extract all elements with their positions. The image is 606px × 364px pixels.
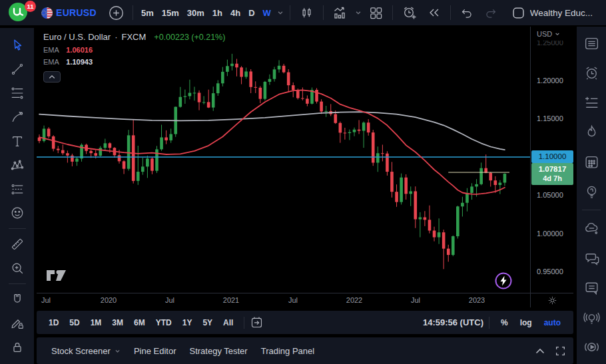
chevron-up-icon — [49, 75, 55, 79]
app-logo[interactable]: 11 — [8, 2, 36, 23]
video-streams-button[interactable] — [579, 334, 603, 360]
range-1d[interactable]: 1D — [43, 318, 64, 327]
symbol-button[interactable]: EURUSD — [36, 3, 104, 22]
redo-arrow-icon — [483, 5, 498, 20]
range-ytd[interactable]: YTD — [151, 318, 177, 327]
toolbar-divider — [9, 283, 26, 284]
legend-collapse-button[interactable] — [43, 71, 61, 83]
layout-grid-button[interactable] — [364, 3, 388, 22]
timeframe-30m[interactable]: 30m — [183, 8, 208, 18]
save-layout-button[interactable] — [507, 3, 530, 22]
boost-button[interactable] — [494, 272, 513, 290]
chart-style-button[interactable] — [294, 3, 319, 22]
time-tick: 2023 — [469, 296, 485, 304]
range-5d[interactable]: 5D — [64, 318, 85, 327]
ideas-button[interactable] — [579, 179, 603, 205]
minds-cloud-icon — [583, 220, 600, 237]
zoom-in-tool-button[interactable] — [5, 256, 30, 280]
tab-strategy-tester[interactable]: Strategy Tester — [182, 346, 254, 356]
auto-scale-button[interactable]: auto — [538, 318, 567, 327]
log-scale-button[interactable]: log — [514, 318, 538, 327]
range-all[interactable]: All — [218, 318, 238, 327]
text-tool-button[interactable] — [5, 129, 30, 153]
bar-replay-button[interactable] — [422, 3, 446, 22]
bottom-toolbar-right: 14:59:56 (UTC) % log auto — [423, 317, 567, 329]
hotlists-button[interactable] — [579, 120, 603, 146]
legend-ema-row-2[interactable]: EMA 1.10943 — [43, 58, 225, 66]
range-1m[interactable]: 1M — [85, 318, 107, 327]
range-5y[interactable]: 5Y — [197, 318, 218, 327]
timeframe-5m[interactable]: 5m — [137, 8, 158, 18]
tradingview-watermark — [46, 268, 67, 283]
magnet-mode-button[interactable] — [5, 287, 30, 311]
price-axis-currency-button[interactable]: USD — [531, 27, 573, 41]
fullscreen-panel-button[interactable] — [555, 346, 565, 356]
tab-trading-panel[interactable]: Trading Panel — [254, 346, 321, 356]
time-tick: 2020 — [101, 296, 117, 304]
undo-button[interactable] — [455, 3, 479, 22]
range-3m[interactable]: 3M — [107, 318, 129, 327]
brush-icon — [10, 110, 25, 124]
create-alert-button[interactable] — [397, 3, 422, 22]
time-axis-settings-button[interactable] — [530, 293, 573, 307]
timeframe-1h[interactable]: 1h — [208, 8, 226, 18]
streams-bulb-icon — [583, 309, 600, 326]
redo-button[interactable] — [479, 3, 503, 22]
legend-ema-row-1[interactable]: EMA 1.06016 — [43, 46, 225, 54]
trend-line-tool-button[interactable] — [5, 57, 30, 81]
legend-symbol-row[interactable]: Euro / U.S. Dollar · FXCM +0.00223 (+0.2… — [43, 32, 225, 42]
price-tick: 1.05000 — [537, 191, 563, 199]
tab-pine-editor[interactable]: Pine Editor — [127, 346, 183, 356]
legend-exchange: FXCM — [122, 32, 147, 42]
indicators-dropdown-chevron-icon[interactable] — [353, 9, 364, 16]
emoji-tool-button[interactable] — [5, 201, 30, 225]
drawing-lock-button[interactable] — [5, 311, 30, 335]
timeframe-dropdown-chevron-icon[interactable] — [275, 9, 286, 16]
text-tool-icon — [10, 134, 25, 148]
alerts-button[interactable] — [579, 61, 603, 87]
price-tick: 1.20000 — [537, 77, 563, 85]
range-1y[interactable]: 1Y — [177, 318, 198, 327]
tab-stock-screener[interactable]: Stock Screener — [45, 346, 127, 356]
price-axis[interactable]: USD 1.10000 1.07817 4d 7h 1.250001.20000… — [530, 27, 573, 293]
calendar-button[interactable] — [579, 149, 603, 175]
add-symbol-button[interactable] — [104, 3, 129, 22]
lock-all-drawings-button[interactable] — [5, 335, 30, 359]
streams-button[interactable] — [579, 305, 603, 331]
watchlist-icon — [583, 35, 600, 52]
go-to-date-icon — [250, 315, 264, 329]
indicators-button[interactable] — [328, 3, 353, 22]
private-chat-button[interactable] — [579, 275, 603, 301]
timeframe-4h[interactable]: 4h — [226, 8, 244, 18]
xabcd-pattern-tool-button[interactable] — [5, 153, 30, 177]
toolbar-divider — [133, 5, 133, 20]
forecast-tool-button[interactable] — [5, 177, 30, 201]
toolbar-divider — [450, 5, 451, 20]
public-chat-button[interactable] — [579, 246, 603, 272]
chart-pane[interactable]: Euro / U.S. Dollar · FXCM +0.00223 (+0.2… — [37, 27, 530, 293]
fib-retracement-tool-button[interactable] — [5, 81, 30, 105]
go-to-date-button[interactable] — [250, 315, 264, 329]
last-price-value: 1.07817 — [531, 164, 573, 174]
tradingview-logo-icon — [46, 268, 67, 283]
horizontal-line-price-label: 1.10000 — [531, 150, 573, 163]
range-6m[interactable]: 6M — [129, 318, 151, 327]
fib-retracement-icon — [10, 86, 25, 100]
object-tree-button[interactable] — [579, 90, 603, 116]
timeframe-15m[interactable]: 15m — [158, 8, 183, 18]
measure-tool-button[interactable] — [5, 232, 30, 256]
toolbar-divider — [290, 5, 290, 20]
percent-scale-button[interactable]: % — [495, 318, 514, 327]
minds-button[interactable] — [579, 216, 603, 242]
watchlist-button[interactable] — [579, 31, 603, 57]
brush-tool-button[interactable] — [5, 105, 30, 129]
expand-panel-button[interactable] — [535, 348, 545, 354]
cursor-tool-button[interactable] — [5, 33, 30, 57]
server-clock[interactable]: 14:59:56 (UTC) — [423, 317, 483, 327]
indicators-icon — [332, 5, 348, 21]
layout-title[interactable]: Wealthy Educ... — [530, 8, 593, 18]
timeframe-1w-active[interactable]: W — [259, 8, 275, 18]
bottom-toolbar: 1D 5D 1M 3M 6M YTD 1Y 5Y All 14:59:56 (U… — [37, 311, 573, 334]
time-axis[interactable]: Jul2020Jul2021Jul2022Jul2023 — [37, 293, 530, 307]
timeframe-1d[interactable]: D — [244, 8, 258, 18]
